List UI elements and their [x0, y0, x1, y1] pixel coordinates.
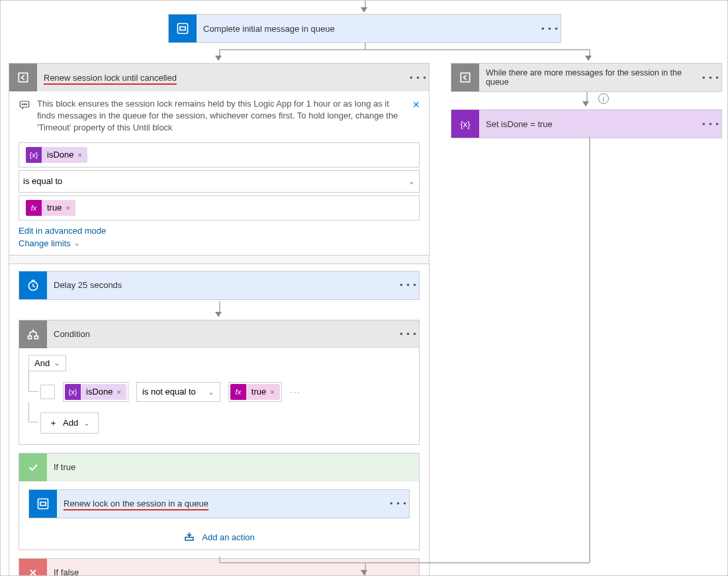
svg-rect-9 [35, 336, 38, 338]
if-true-branch: If true Renew lock on the session in a q… [19, 453, 420, 550]
until-note-row: This block ensures the session lock rema… [9, 91, 429, 137]
step-complete-initial-message[interactable]: Complete initial message in queue • • • [168, 14, 561, 43]
step-menu[interactable]: • • • [700, 73, 721, 83]
arrow-down-icon [582, 101, 589, 107]
arrow-down-icon [585, 56, 592, 61]
until-left-operand[interactable]: {x} isDone× [19, 142, 420, 168]
schedule-icon [19, 271, 47, 299]
delay-title: Delay 25 seconds [47, 280, 398, 290]
condition-title: Condition [47, 329, 398, 339]
chevron-down-icon: ⌄ [54, 358, 60, 367]
condition-left-operand[interactable]: {x} isDone× [63, 382, 128, 402]
variable-icon: {x} [65, 384, 81, 400]
svg-point-5 [24, 104, 25, 105]
until-note-text: This block ensures the session lock rema… [37, 98, 406, 134]
connector-line [365, 42, 366, 49]
step-menu[interactable]: • • • [539, 24, 561, 34]
variable-icon: {x} [26, 147, 42, 163]
add-action-button[interactable]: Add an action [19, 525, 419, 550]
check-icon [19, 454, 47, 481]
separator [9, 255, 429, 264]
svg-rect-2 [19, 73, 27, 81]
connector-line [589, 137, 590, 562]
condition-operator-select[interactable]: is not equal to ⌄ [136, 382, 220, 402]
chevron-down-icon: ⌄ [73, 238, 80, 248]
svg-point-6 [26, 104, 27, 105]
until-right-operand[interactable]: fx true× [19, 195, 420, 220]
svg-point-4 [22, 104, 23, 105]
until-operator-select[interactable]: is equal to ⌄ [19, 170, 420, 193]
chevron-down-icon: ⌄ [208, 387, 214, 397]
step-menu[interactable]: • • • [398, 280, 419, 290]
info-icon[interactable]: i [598, 93, 609, 104]
connector-line [219, 562, 590, 563]
remove-token-icon[interactable]: × [116, 388, 120, 396]
connector-line [219, 49, 590, 50]
condition-group-operator[interactable]: And ⌄ [28, 355, 66, 371]
edit-advanced-mode-link[interactable]: Edit in advanced mode [19, 226, 106, 236]
condition-icon [19, 320, 47, 348]
change-limits-link[interactable]: Change limits ⌄ [19, 238, 80, 248]
step-delay[interactable]: Delay 25 seconds • • • [19, 271, 420, 300]
svg-rect-8 [28, 336, 32, 338]
connector-line [219, 557, 220, 562]
comment-icon [19, 99, 30, 134]
condition-right-operand[interactable]: fx true× [228, 382, 282, 402]
remove-token-icon[interactable]: × [270, 388, 274, 396]
until-title: Renew session lock until cancelled [37, 73, 408, 83]
step-menu[interactable]: • • • [398, 329, 419, 339]
while-title: While there are more messages for the se… [479, 68, 700, 87]
svg-rect-12 [185, 537, 193, 540]
arrow-down-icon [215, 312, 222, 317]
until-icon [451, 64, 479, 91]
remove-token-icon[interactable]: × [66, 204, 69, 212]
step-title: Complete initial message in queue [197, 24, 539, 34]
close-icon[interactable]: × [412, 98, 420, 134]
chevron-down-icon: ⌄ [408, 177, 415, 186]
expression-icon: fx [26, 200, 42, 216]
until-icon [9, 64, 37, 91]
remove-token-icon[interactable]: × [77, 151, 81, 159]
set-isdone-title: Set isDone = true [479, 119, 700, 129]
svg-rect-1 [180, 27, 185, 30]
arrow-down-icon [361, 7, 367, 13]
variable-icon: {x} [451, 110, 479, 138]
step-set-isdone[interactable]: {x} Set isDone = true • • • [451, 109, 722, 138]
svg-rect-0 [178, 24, 188, 34]
renew-lock-title: Renew lock on the session in a queue [57, 499, 388, 508]
condition-row-menu[interactable]: ··· [290, 387, 301, 397]
step-renew-lock[interactable]: Renew lock on the session in a queue • •… [28, 489, 410, 518]
step-menu[interactable]: • • • [408, 73, 429, 83]
add-action-icon [183, 530, 195, 544]
condition-row-checkbox[interactable] [40, 385, 55, 399]
svg-rect-10 [38, 499, 48, 508]
servicebus-icon [29, 490, 57, 518]
step-condition[interactable]: Condition • • • And ⌄ {x} isDone× [19, 320, 420, 445]
svg-rect-11 [40, 502, 46, 505]
until-block[interactable]: Renew session lock until cancelled • • •… [9, 63, 430, 576]
step-while-more-messages[interactable]: While there are more messages for the se… [451, 63, 722, 92]
step-menu[interactable]: • • • [700, 119, 721, 129]
x-icon [19, 559, 47, 576]
if-true-title: If true [47, 462, 419, 472]
arrow-down-icon [361, 570, 367, 575]
step-menu[interactable]: • • • [388, 499, 409, 508]
plus-icon: ＋ [49, 417, 58, 429]
designer-canvas: Complete initial message in queue • • • … [0, 0, 728, 576]
arrow-down-icon [215, 56, 222, 61]
servicebus-icon [169, 15, 197, 42]
change-limits-label: Change limits [19, 238, 71, 248]
svg-rect-15 [461, 73, 469, 81]
expression-icon: fx [230, 384, 246, 400]
chevron-down-icon: ⌄ [83, 418, 90, 428]
condition-add-button[interactable]: ＋ Add ⌄ [40, 412, 99, 434]
